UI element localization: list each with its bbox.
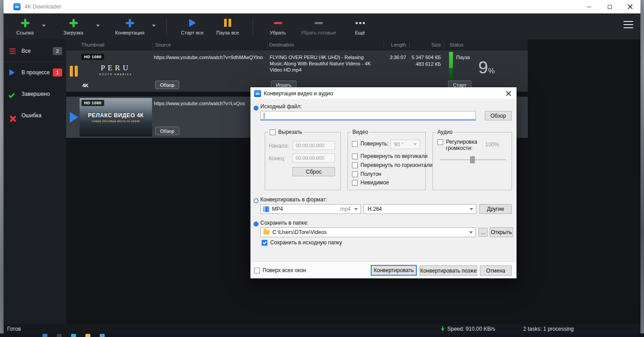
format-container-select[interactable]: MP4 .mp4 [260, 204, 361, 214]
cut-start-input[interactable]: 00:00:00.000 [292, 141, 335, 150]
play-icon [189, 19, 196, 27]
folder-open-button[interactable]: Открыть [490, 227, 513, 237]
taskbar-app-icon[interactable] [57, 334, 62, 337]
taskbar-app-icon[interactable] [71, 334, 76, 337]
sidebar-item-error[interactable]: Ошибка [4, 107, 66, 124]
taskbar-app-icon[interactable] [100, 334, 105, 337]
rotate-angle-select[interactable]: 90 ° [390, 140, 420, 149]
speed-down-arrow-icon [441, 328, 445, 331]
chevron-down-icon [413, 143, 417, 145]
cancel-button[interactable]: Отмена [480, 265, 512, 276]
flip-horizontal-checkbox[interactable] [352, 162, 358, 168]
column-header-destination[interactable]: Destination [269, 42, 294, 47]
toolbar-convert-dropdown-icon[interactable] [152, 25, 156, 27]
film-icon [263, 206, 269, 212]
toolbar-start-all-label: Старт все [181, 30, 203, 35]
minimize-button[interactable] [579, 0, 599, 13]
menu-hamburger-button[interactable] [623, 19, 633, 30]
pause-icon [224, 19, 231, 27]
format-extension: .mp4 [339, 206, 351, 212]
column-header-status[interactable]: Status [449, 42, 463, 47]
browse-source-button[interactable]: Обзор [155, 81, 179, 89]
column-separator [152, 42, 153, 48]
cut-label: Вырезать [278, 129, 302, 135]
browse-source-button[interactable]: Обзор [155, 127, 179, 135]
toolbar-paste-link-label: Ссылка [17, 30, 34, 35]
percent-sign: % [488, 67, 495, 75]
toolbar-more-label: Ещё [355, 30, 365, 35]
toolbar-remove-finished-button[interactable]: Убрать готовые [298, 17, 339, 37]
convert-button[interactable]: Конвертировать [371, 265, 417, 276]
toolbar-paste-link-button[interactable]: Ссылка [11, 17, 39, 37]
audio-legend: Аудио [436, 129, 454, 135]
keep-source-folder-checkbox[interactable] [262, 240, 267, 246]
folder-more-button[interactable]: ... [479, 228, 487, 237]
thumbnail-title: РЕЛАКС ВИДЕО 4К [80, 112, 152, 119]
toolbar: Ссылка Загрузка Конвертация Старт все Па… [4, 13, 640, 39]
halftone-checkbox[interactable] [352, 171, 358, 177]
sidebar-item-in-progress[interactable]: В процессе 1 [4, 64, 66, 81]
format-others-button[interactable]: Другие [479, 204, 512, 214]
always-on-top-label: Поверх всех окон [263, 267, 306, 273]
taskbar-folder-icon[interactable] [85, 334, 90, 337]
window-title: 4K Downloader [25, 4, 61, 10]
list-icon [9, 47, 16, 55]
video-thumbnail: HD 1080 РЕЛАКС ВИДЕО 4К САМЫЕ КРАСИВЫЕ М… [80, 98, 152, 137]
close-icon [627, 4, 633, 9]
maximize-button[interactable] [599, 0, 620, 13]
volume-slider-handle[interactable] [470, 156, 475, 163]
cut-legend: Вырезать [268, 129, 304, 135]
cut-reset-button[interactable]: Сброс [292, 167, 335, 176]
video-thumbnail: HD 1080 PERU SOUTH AMERICA 4K [80, 52, 152, 90]
close-button[interactable] [620, 0, 640, 13]
rotate-checkbox[interactable] [352, 141, 358, 147]
save-folder-label: Сохранить в папке: [260, 220, 309, 226]
toolbar-download-button[interactable]: Загрузка [56, 17, 90, 37]
format-bullet [254, 198, 258, 203]
checkmark-icon [8, 92, 15, 98]
size-total: 5 347 604 КБ [397, 54, 441, 60]
cut-group: Вырезать Начало: 00:00:00.000 Конец: 00:… [265, 132, 341, 190]
flip-vertical-checkbox[interactable] [352, 154, 358, 159]
toolbar-remove-button[interactable]: Убрать [265, 17, 291, 37]
toolbar-download-dropdown-icon[interactable] [96, 25, 100, 27]
destination-filename: FLYING OVER PERU (4K UHD) - Relaxing Mus… [270, 54, 377, 73]
convert-later-button[interactable]: Конвертировать позже [419, 265, 477, 276]
toolbar-pause-all-label: Пауза все [216, 30, 239, 35]
cut-end-input[interactable]: 00:00:00.000 [292, 154, 335, 162]
column-header-length[interactable]: Length [379, 42, 406, 47]
toolbar-start-all-button[interactable]: Старт все [178, 17, 207, 37]
flip-vertical-label: Перевернуть по вертикали [360, 153, 428, 159]
titlebar: 4K 4K Downloader [4, 0, 640, 13]
chevron-down-icon [469, 231, 473, 234]
toolbar-pause-all-button[interactable]: Пауза все [213, 17, 242, 37]
dialog-close-button[interactable] [500, 87, 517, 99]
column-separator [267, 42, 268, 48]
column-header-source[interactable]: Source [155, 42, 171, 47]
audio-group: Аудио Регулировка громкости: 100% [432, 132, 512, 190]
download-row-peru[interactable]: HD 1080 PERU SOUTH AMERICA 4K https://ww… [66, 51, 528, 92]
speed-text: Speed: 910.00 KB/s [447, 326, 495, 332]
maximize-icon [608, 5, 612, 9]
rotate-option: Повернуть: [352, 141, 389, 147]
quality-badge: HD 1080 [81, 100, 104, 106]
column-header-size[interactable]: Size [413, 42, 441, 47]
column-header-thumbnail[interactable]: Thumbnail [81, 42, 104, 47]
volume-checkbox[interactable] [437, 139, 443, 145]
browse-file-button[interactable]: Обзор [485, 111, 512, 120]
taskbar-start-icon[interactable] [42, 334, 47, 337]
always-on-top-checkbox[interactable] [254, 268, 260, 273]
toolbar-convert-label: Конвертация [115, 30, 144, 35]
source-url: https://www.youtube.com/watch?v=9dhMAeQY… [154, 54, 267, 60]
format-codec-select[interactable]: H.264 [364, 204, 476, 214]
cut-checkbox[interactable] [270, 129, 275, 135]
toolbar-link-dropdown-icon[interactable] [42, 25, 46, 27]
toolbar-more-button[interactable]: Ещё [349, 17, 371, 37]
toolbar-convert-button[interactable]: Конвертация [109, 17, 150, 37]
sidebar-item-completed[interactable]: Завершено [4, 85, 66, 103]
dialog-title: Конвертация видео и аудио [264, 90, 333, 97]
sidebar-item-all[interactable]: Все 2 [4, 42, 66, 60]
save-folder-select[interactable]: C:\Users\DTore\Videos [260, 227, 476, 237]
invisible-checkbox[interactable] [352, 180, 358, 186]
source-file-input[interactable] [260, 111, 476, 120]
